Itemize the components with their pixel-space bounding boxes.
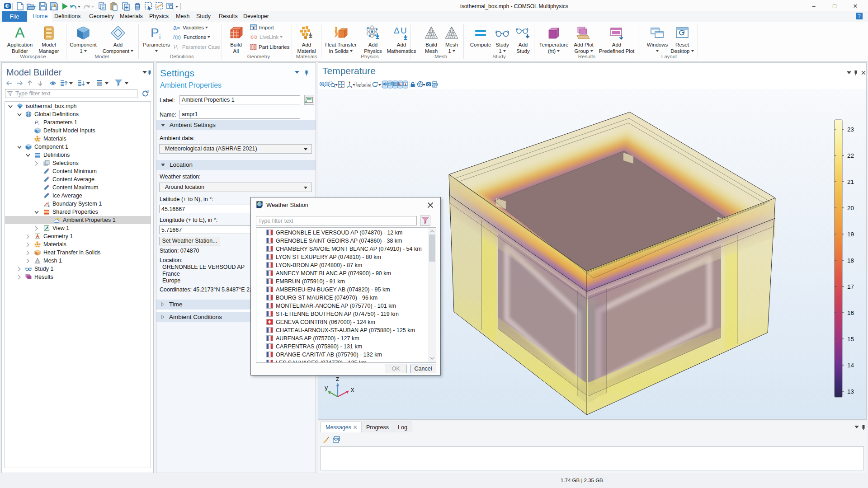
svg-text:x: x	[351, 386, 354, 393]
svg-text:A: A	[15, 25, 25, 41]
svg-text:i: i	[159, 33, 160, 41]
svg-text:21: 21	[847, 178, 854, 185]
svg-text:z: z	[336, 375, 339, 382]
svg-text:xz: xz	[368, 83, 371, 87]
svg-text:13: 13	[847, 388, 854, 395]
svg-text:yz: yz	[363, 83, 366, 87]
svg-text:23: 23	[847, 126, 854, 133]
svg-text:i: i	[38, 122, 39, 126]
svg-text:P: P	[151, 26, 159, 40]
svg-text:15: 15	[847, 336, 854, 343]
svg-text:P: P	[35, 120, 38, 125]
svg-text:=: =	[177, 25, 180, 31]
svg-text:14: 14	[847, 362, 854, 369]
svg-text:19: 19	[847, 231, 854, 238]
svg-text:a: a	[173, 24, 177, 31]
svg-text:17: 17	[847, 283, 854, 290]
svg-text:(x): (x)	[175, 34, 181, 40]
svg-text:22: 22	[847, 152, 854, 159]
svg-text:xy: xy	[357, 83, 361, 87]
svg-text:16: 16	[847, 310, 854, 316]
svg-text:20: 20	[847, 205, 854, 211]
svg-text:y: y	[325, 384, 328, 391]
svg-text:P: P	[174, 44, 177, 50]
svg-text:U: U	[401, 26, 407, 35]
svg-text:i: i	[177, 47, 178, 50]
svg-text:Δ: Δ	[394, 26, 400, 35]
svg-text:18: 18	[847, 257, 854, 264]
